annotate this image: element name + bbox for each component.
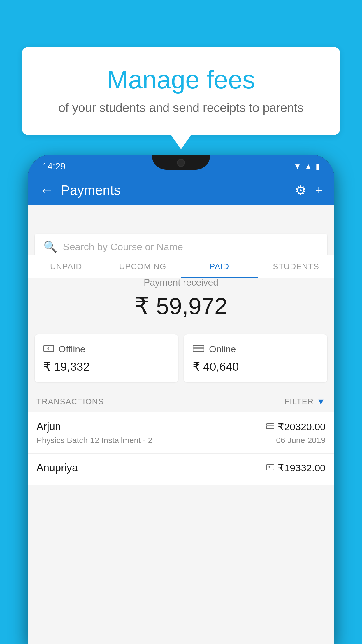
transaction-row[interactable]: Anupriya ₹ ₹19332.00 — [28, 454, 334, 485]
filter-icon: ▼ — [317, 397, 326, 407]
offline-payment-card: ₹ Offline ₹ 19,332 — [35, 334, 178, 382]
wifi-icon: ▼ — [294, 162, 301, 171]
transaction-bottom: Physics Batch 12 Installment - 2 06 June… — [36, 436, 326, 445]
transaction-row[interactable]: Arjun ₹20320.00 — [28, 412, 334, 454]
transaction-name-2: Anupriya — [36, 462, 78, 474]
transaction-top: Arjun ₹20320.00 — [36, 421, 326, 433]
phone-camera — [177, 159, 185, 167]
status-icons: ▼ ▲ ▮ — [294, 162, 320, 171]
online-amount: ₹ 40,640 — [193, 360, 319, 373]
transaction-date: 06 June 2019 — [276, 436, 326, 445]
svg-text:₹: ₹ — [268, 466, 270, 469]
search-placeholder: Search by Course or Name — [63, 241, 183, 253]
online-icon — [193, 343, 204, 355]
offline-amount: ₹ 19,332 — [43, 360, 169, 373]
offline-card-header: ₹ Offline — [43, 343, 169, 355]
bubble-subtitle: of your students and send receipts to pa… — [45, 101, 317, 115]
tabs-container: UNPAID UPCOMING PAID STUDENTS — [28, 255, 334, 278]
payment-received-label: Payment received — [35, 277, 327, 288]
offline-icon: ₹ — [43, 343, 54, 355]
transaction-card-icon — [266, 422, 274, 431]
online-payment-card: Online ₹ 40,640 — [184, 334, 327, 382]
transaction-course: Physics Batch 12 Installment - 2 — [36, 436, 152, 445]
offline-label: Offline — [59, 344, 85, 355]
tab-paid[interactable]: PAID — [181, 255, 258, 278]
app-header: ← Payments ⚙ + — [28, 176, 334, 205]
add-icon[interactable]: + — [315, 183, 323, 197]
svg-rect-5 — [266, 425, 274, 426]
speech-bubble: Manage fees of your students and send re… — [22, 47, 340, 135]
phone-frame: 14:29 ▼ ▲ ▮ ← Payments ⚙ + — [28, 155, 334, 644]
settings-icon[interactable]: ⚙ — [295, 183, 306, 198]
transaction-top: Anupriya ₹ ₹19332.00 — [36, 462, 326, 474]
transactions-label: TRANSACTIONS — [36, 397, 104, 406]
signal-icon: ▲ — [305, 162, 312, 171]
tab-upcoming[interactable]: UPCOMING — [104, 255, 181, 278]
phone-container: 14:29 ▼ ▲ ▮ ← Payments ⚙ + — [28, 155, 334, 644]
back-button[interactable]: ← — [39, 182, 54, 199]
filter-label: FILTER — [284, 397, 314, 406]
header-icons: ⚙ + — [295, 183, 323, 198]
background: Manage fees of your students and send re… — [0, 0, 362, 644]
transaction-amount-2: ₹19332.00 — [278, 462, 326, 474]
tab-unpaid[interactable]: UNPAID — [28, 255, 104, 278]
header-title: Payments — [61, 182, 295, 198]
svg-text:₹: ₹ — [47, 346, 50, 351]
transaction-name: Arjun — [36, 421, 61, 433]
payment-total-amount: ₹ 59,972 — [35, 293, 327, 320]
phone-notch — [152, 155, 210, 170]
online-label: Online — [209, 344, 236, 355]
transaction-amount-wrap-2: ₹ ₹19332.00 — [266, 462, 326, 474]
tab-students[interactable]: STUDENTS — [258, 255, 334, 278]
battery-icon: ▮ — [316, 162, 320, 171]
status-time: 14:29 — [42, 161, 66, 172]
search-icon: 🔍 — [43, 240, 57, 253]
payment-cards: ₹ Offline ₹ 19,332 — [28, 328, 334, 391]
screen-content: UNPAID UPCOMING PAID STUDENTS — [28, 205, 334, 644]
bubble-title: Manage fees — [45, 64, 317, 95]
online-card-header: Online — [193, 343, 319, 355]
content-scroll: 🔍 Search by Course or Name Payment recei… — [28, 228, 334, 644]
svg-rect-3 — [193, 347, 204, 349]
transaction-rupee-icon: ₹ — [266, 463, 274, 473]
transaction-amount: ₹20320.00 — [278, 421, 326, 433]
transaction-amount-wrap: ₹20320.00 — [266, 421, 326, 433]
transactions-header: TRANSACTIONS FILTER ▼ — [28, 391, 334, 412]
speech-bubble-container: Manage fees of your students and send re… — [22, 47, 340, 135]
filter-button[interactable]: FILTER ▼ — [284, 397, 326, 407]
